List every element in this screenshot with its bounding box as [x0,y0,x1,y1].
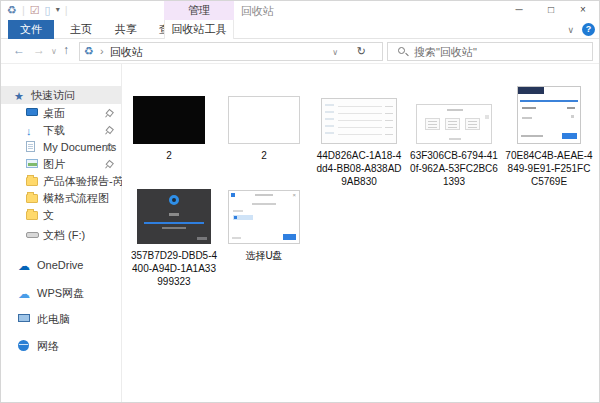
thumbnail-detail [520,100,578,102]
help-icon[interactable]: ? [582,23,595,36]
file-thumbnail: × [228,184,300,244]
breadcrumb-location[interactable]: 回收站 [110,45,143,60]
search-input[interactable] [414,44,584,59]
file-name: 63F306CB-6794-410f-962A-53FC2BC61393 [410,149,498,188]
properties-checkbox-icon[interactable]: ☑ [30,3,40,17]
recent-locations-icon[interactable]: ∨ [51,47,57,56]
thumbnail-detail [162,227,186,229]
divider: | [22,4,25,16]
close-button[interactable]: × [567,1,599,20]
ribbon-tab-bar: 文件 主页 共享 查看 回收站工具 ∨ ? [1,20,599,39]
file-item-guid-357b7d29[interactable]: 357B7D29-DBD5-4400-A94D-1A1A33999323 [127,184,221,288]
sidebar-item-wen-folder[interactable]: 文 [1,206,122,224]
sidebar-item-product-report-folder[interactable]: 产品体验报告-芮雪 [1,172,122,190]
thumbnail-detail [232,237,241,239]
sidebar-item-this-pc[interactable]: 此电脑 [1,310,122,328]
file-explorer-window: ♻ | ☑ ▯ ▾ | 管理 回收站 ─ □ × 文件 主页 共享 查看 回收站… [0,0,600,403]
back-button[interactable]: ← [13,43,25,57]
tab-home[interactable]: 主页 [59,20,103,39]
file-item-guid-44d826ac[interactable]: 44D826AC-1A18-4dd4-BB08-A838AD9AB830 [312,84,406,188]
search-icon [398,47,405,54]
maximize-button[interactable]: □ [535,1,567,20]
file-name: 44D826AC-1A18-4dd4-BB08-A838AD9AB830 [315,149,403,188]
file-thumbnail [321,84,397,144]
sidebar-item-my-documents[interactable]: My Documents [1,138,122,156]
drive-icon [26,232,39,238]
forward-button[interactable]: → [33,43,45,57]
folder-icon [26,194,38,203]
file-thumbnail [228,84,300,144]
customize-toolbar-icon[interactable]: ▾ [56,3,60,17]
window-cards-thumbnail [416,104,492,144]
thumbnail-detail [197,237,207,240]
thumbnail-detail [518,87,544,94]
sidebar-label: 横格式流程图 [43,189,109,207]
sidebar-label: 图片 [43,155,65,173]
window-list-thumbnail [321,98,397,144]
sidebar-item-documents-drive-f[interactable]: 文档 (F:) [1,226,122,244]
file-item-black-image[interactable]: 2 [122,84,216,162]
ribbon-right-controls: ∨ ? [567,20,595,39]
sidebar-item-pictures[interactable]: 图片 [1,155,122,173]
window-controls: ─ □ × [503,1,599,20]
thumbnail-close-icon: × [292,192,296,198]
sidebar-label: 产品体验报告-芮雪 [43,172,122,190]
window-title: 回收站 [241,4,274,19]
file-item-guid-70e84c4b[interactable]: 70E84C4B-AEAE-4849-9E91-F251FCC5769E [502,84,596,188]
sidebar-label: 快速访问 [31,86,75,104]
refresh-icon[interactable]: ↻ [357,45,366,58]
quick-access-toolbar: ♻ | ☑ ▯ ▾ | [7,3,68,17]
minimize-button[interactable]: ─ [503,1,535,20]
file-thumbnail [416,84,492,144]
tab-share[interactable]: 共享 [104,20,148,39]
file-item-select-usb[interactable]: × 选择U盘 [217,184,311,262]
document-icon [26,141,35,152]
white-image-thumbnail [228,96,300,144]
address-dropdown-icon[interactable]: ∨ [332,48,338,57]
black-image-thumbnail [133,96,205,144]
dialog-thumbnail [517,86,581,144]
thumbnail-detail [567,107,575,109]
sidebar-item-network[interactable]: 网络 [1,337,122,355]
pin-icon [102,107,114,119]
up-button[interactable]: ↑ [63,43,69,57]
file-thumbnail [517,84,581,144]
pictures-icon [26,159,38,168]
file-item-white-image[interactable]: 2 [217,84,311,162]
sidebar-item-onedrive[interactable]: ☁ OneDrive [1,256,122,274]
recycle-bin-icon: ♻ [7,3,17,17]
thumbnail-detail [522,107,536,109]
thumbnail-detail [425,118,440,130]
thumbnail-detail [522,117,532,119]
thumbnail-detail [325,104,334,138]
expand-ribbon-icon[interactable]: ∨ [567,25,574,35]
manage-contextual-header: 管理 [164,1,234,20]
tab-file[interactable]: 文件 [8,20,54,39]
thumbnail-detail [485,115,489,119]
sidebar-item-downloads[interactable]: ↓ 下载 [1,121,122,139]
tab-recycle-bin-tools[interactable]: 回收站工具 [164,20,234,39]
thumbnail-detail [445,118,460,130]
sidebar-label: OneDrive [37,256,83,274]
thumbnail-detail [571,115,574,118]
wps-cloud-icon: ☁ [18,285,30,302]
sidebar-item-flowchart-folder[interactable]: 横格式流程图 [1,189,122,207]
search-box[interactable] [387,42,593,61]
sidebar-item-desktop[interactable]: 桌面 [1,104,122,122]
file-name: 70E84C4B-AEAE-4849-9E91-F251FCC5769E [505,149,593,188]
file-name: 选择U盘 [220,249,308,262]
file-item-guid-63f306cb[interactable]: 63F306CB-6794-410f-962A-53FC2BC61393 [407,84,501,188]
breadcrumb[interactable]: ♻ › 回收站 ∨ ↻ [79,42,383,61]
file-thumbnail [133,84,205,144]
new-folder-icon[interactable]: ▯ [45,3,51,17]
thumbnail-detail [385,106,393,137]
star-icon: ★ [14,87,24,104]
sidebar-label: 文档 (F:) [43,226,85,244]
file-name: 2 [220,149,308,162]
sidebar-item-quick-access[interactable]: ★ 快速访问 [1,86,122,104]
installer-thumbnail [137,189,211,244]
pin-icon [102,158,114,170]
sidebar-item-wps-cloud[interactable]: ☁ WPS网盘 [1,284,122,302]
thumbnail-detail [231,193,235,197]
main-area: ★ 快速访问 桌面 ↓ 下载 My Documents 图片 [1,64,599,402]
